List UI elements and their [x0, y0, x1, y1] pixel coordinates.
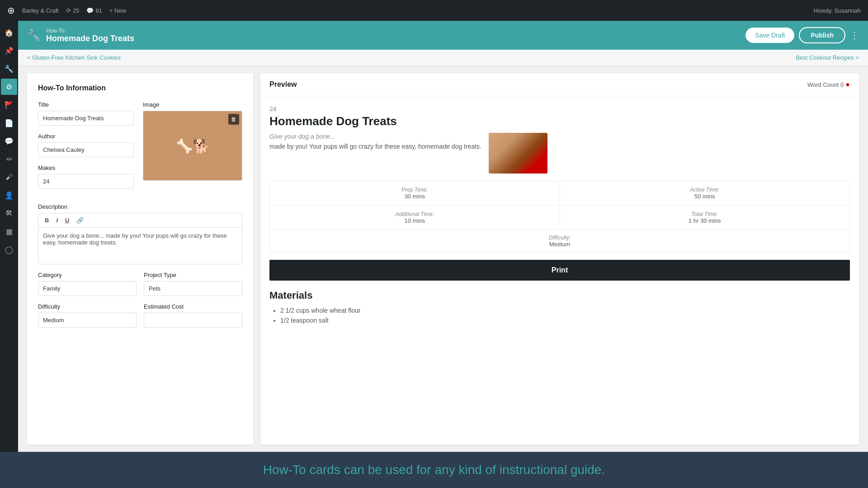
comments-count[interactable]: 💬 81 [86, 7, 102, 14]
more-options-button[interactable]: ⋮ [850, 30, 859, 41]
editor-toolbar: B I U 🔗 [38, 213, 242, 228]
recipe-layout: Give your dog a bone... made by you! You… [269, 133, 850, 174]
title-input[interactable] [38, 111, 134, 126]
preview-header: Preview Word Count 0 ● [260, 73, 859, 96]
word-count-indicator: ● [845, 80, 850, 89]
sidebar-icon-person[interactable]: 👤 [1, 187, 17, 203]
form-panel-title: How-To Information [38, 84, 242, 92]
post-type-label: How-To: [46, 28, 134, 34]
sidebar-icon-pencil[interactable]: ✏ [1, 151, 17, 167]
active-time-label: Active Time: [567, 187, 843, 193]
preview-difficulty-value: Medium [274, 241, 845, 248]
time-grid: Prep Time: 30 mins Active Time: 50 mins … [269, 181, 850, 253]
author-input[interactable] [38, 142, 134, 157]
sidebar-icon-circle[interactable]: ◯ [1, 241, 17, 258]
recipe-number: 24 [269, 105, 850, 113]
estimated-cost-input[interactable] [144, 313, 242, 328]
category-row: Category Project Type [38, 272, 242, 296]
difficulty-row: Difficulty Estimated Cost [38, 303, 242, 328]
project-type-input[interactable] [144, 281, 242, 296]
total-time-cell: Total Time: 1 hr 30 mins [560, 206, 850, 230]
author-label: Author [38, 133, 134, 140]
recipe-teaser: Give your dog a bone... [269, 133, 481, 140]
new-item-button[interactable]: + New [109, 7, 126, 14]
caption-text: How-To cards can be used for any kind of… [263, 463, 605, 477]
post-header-right: Save Draft Publish ⋮ [745, 27, 859, 43]
user-greeting: Howdy, Susannah [813, 7, 861, 14]
print-button[interactable]: Print [269, 260, 850, 281]
delete-image-button[interactable]: 🗑 [228, 114, 239, 125]
form-panel: How-To Information Title Author M [27, 73, 253, 445]
additional-time-value: 10 mins [277, 217, 552, 224]
materials-list: 2 1/2 cups whole wheat flour 1/2 teaspoo… [269, 307, 850, 324]
image-section: Title Author Makes Image [38, 101, 242, 196]
recipe-description: made by you! Your pups will go crazy for… [269, 142, 481, 151]
underline-button[interactable]: U [63, 216, 71, 225]
difficulty-input[interactable] [38, 313, 137, 328]
image-upload: Image 🗑 [143, 101, 242, 196]
recipe-image-inner [489, 133, 547, 174]
title-group: Title [38, 101, 134, 126]
author-group: Author [38, 133, 134, 157]
publish-button[interactable]: Publish [799, 27, 845, 43]
makes-label: Makes [38, 164, 134, 171]
wp-logo-icon[interactable]: ⊕ [7, 5, 15, 16]
prev-nav-link[interactable]: < Gluten-Free Kitchen Sink Cookies [27, 54, 121, 61]
sidebar-icon-brush[interactable]: 🖌 [1, 169, 17, 185]
sidebar-icon-tools[interactable]: 🛠 [1, 205, 17, 221]
project-type-label: Project Type [144, 272, 242, 278]
admin-bar-left: ⊕ Barley & Craft ⟳ 25 💬 81 + New [7, 5, 806, 16]
sidebar-icon-active[interactable]: ⚙ [1, 79, 17, 95]
updates-count[interactable]: ⟳ 25 [66, 7, 79, 14]
prep-time-label: Prep Time: [277, 187, 552, 193]
description-content[interactable]: Give your dog a bone... made by you! You… [38, 228, 242, 264]
content-area: 🔧 How-To: Homemade Dog Treats Save Draft… [18, 21, 868, 452]
sidebar-icon-pin[interactable]: 📌 [1, 42, 17, 59]
preview-panel: Preview Word Count 0 ● 24 Homemade Dog T… [260, 73, 859, 445]
category-input[interactable] [38, 281, 137, 296]
description-group: Description B I U 🔗 Give your dog a bone… [38, 203, 242, 264]
list-item: 1/2 teaspoon salt [280, 317, 850, 324]
next-nav-link[interactable]: Best Cookout Recipes > [796, 54, 859, 61]
preview-card: 24 Homemade Dog Treats Give your dog a b… [260, 96, 859, 336]
estimated-cost-group: Estimated Cost [144, 303, 242, 328]
link-button[interactable]: 🔗 [75, 216, 85, 225]
sidebar-icon-flag[interactable]: 🚩 [1, 97, 17, 113]
prep-time-cell: Prep Time: 30 mins [270, 181, 560, 206]
bottom-caption: How-To cards can be used for any kind of… [0, 452, 868, 488]
list-item: 2 1/2 cups whole wheat flour [280, 307, 850, 314]
sidebar-icon-comment[interactable]: 💬 [1, 133, 17, 149]
form-fields: Title Author Makes [38, 101, 134, 196]
active-time-value: 50 mins [567, 193, 843, 200]
word-count-label: Word Count [807, 81, 839, 88]
category-label: Category [38, 272, 137, 278]
difficulty-group: Difficulty [38, 303, 137, 328]
image-label: Image [143, 101, 242, 108]
post-type-icon: 🔧 [27, 29, 41, 42]
italic-button[interactable]: I [54, 216, 60, 225]
post-title: Homemade Dog Treats [46, 34, 134, 43]
save-draft-button[interactable]: Save Draft [745, 28, 794, 43]
sidebar-icon-grid[interactable]: ▦ [1, 223, 17, 239]
sidebar-icon-pages[interactable]: 📄 [1, 115, 17, 131]
project-type-group: Project Type [144, 272, 242, 296]
difficulty-cell: Difficulty: Medium [270, 230, 850, 253]
makes-group: Makes [38, 164, 134, 189]
editor-area: How-To Information Title Author M [18, 66, 868, 452]
bold-button[interactable]: B [43, 216, 51, 225]
recipe-name: Homemade Dog Treats [269, 114, 850, 128]
recipe-description-block: Give your dog a bone... made by you! You… [269, 133, 481, 151]
sidebar-icon-wrench[interactable]: 🔧 [1, 61, 17, 77]
prep-time-value: 30 mins [277, 193, 552, 200]
makes-input[interactable] [38, 174, 134, 189]
site-name[interactable]: Barley & Craft [22, 7, 59, 14]
total-time-label: Total Time: [567, 211, 843, 217]
active-time-cell: Active Time: 50 mins [560, 181, 850, 206]
recipe-image [143, 111, 242, 180]
difficulty-label: Difficulty [38, 303, 137, 310]
sidebar-icon-home[interactable]: 🏠 [1, 24, 17, 41]
preview-difficulty-label: Difficulty: [274, 235, 845, 241]
breadcrumb: < Gluten-Free Kitchen Sink Cookies Best … [18, 50, 868, 66]
word-count: Word Count 0 ● [807, 80, 850, 89]
admin-bar: ⊕ Barley & Craft ⟳ 25 💬 81 + New Howdy, … [0, 0, 868, 21]
